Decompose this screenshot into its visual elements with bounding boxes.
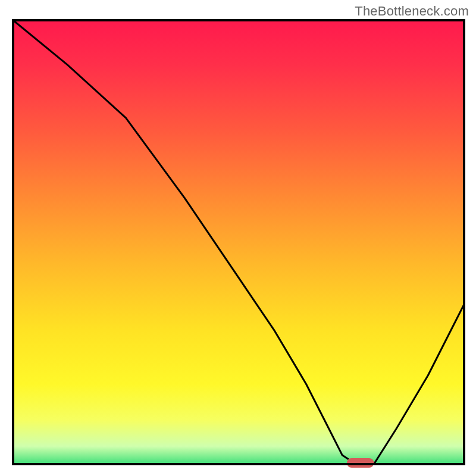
plot-background <box>13 20 464 464</box>
watermark-label: TheBottleneck.com <box>355 4 469 19</box>
chart-svg <box>0 0 476 476</box>
chart-container: TheBottleneck.com <box>0 0 476 476</box>
